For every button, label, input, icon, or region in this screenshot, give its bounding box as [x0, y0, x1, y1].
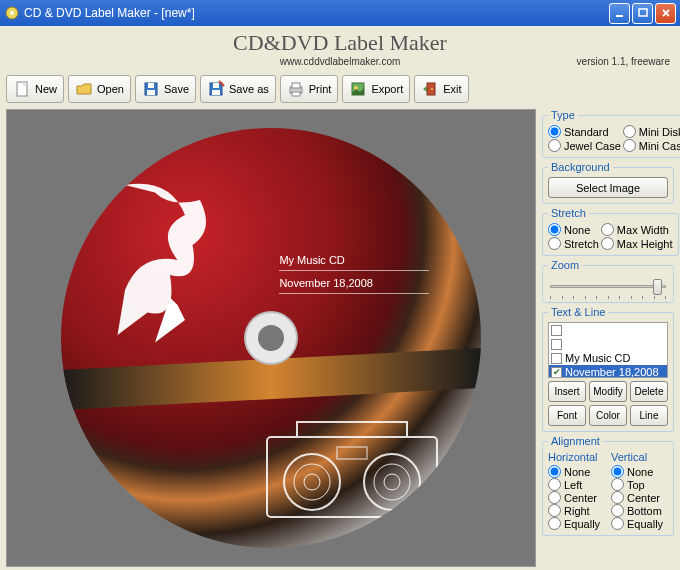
- list-item[interactable]: [549, 337, 667, 351]
- svg-rect-2: [616, 15, 623, 17]
- minimize-button[interactable]: [609, 3, 630, 24]
- version-label: version 1.1, freeware: [577, 56, 670, 67]
- app-url: www.cddvdlabelmaker.com: [8, 56, 672, 67]
- design-canvas[interactable]: My Music CD November 18,2008: [6, 109, 536, 567]
- stretch-none-radio[interactable]: None: [548, 223, 599, 236]
- valign-none-radio[interactable]: None: [611, 465, 668, 478]
- svg-rect-10: [212, 90, 220, 95]
- type-jewel-radio[interactable]: Jewel Case: [548, 139, 621, 152]
- disc-preview: My Music CD November 18,2008: [61, 128, 481, 548]
- svg-point-19: [284, 454, 340, 510]
- halign-right-radio[interactable]: Right: [548, 504, 605, 517]
- insert-button[interactable]: Insert: [548, 381, 586, 402]
- halign-center-radio[interactable]: Center: [548, 491, 605, 504]
- print-button[interactable]: Print: [280, 75, 339, 103]
- boombox-art: [257, 417, 447, 527]
- saveas-button[interactable]: Save as: [200, 75, 276, 103]
- svg-point-24: [384, 474, 400, 490]
- svg-rect-4: [17, 82, 27, 96]
- open-icon: [75, 80, 93, 98]
- horizontal-label: Horizontal: [548, 451, 605, 463]
- valign-bottom-radio[interactable]: Bottom: [611, 504, 668, 517]
- list-item[interactable]: ✔November 18,2008: [549, 365, 667, 378]
- app-title: CD&DVD Label Maker: [8, 30, 672, 56]
- halign-left-radio[interactable]: Left: [548, 478, 605, 491]
- valign-top-radio[interactable]: Top: [611, 478, 668, 491]
- svg-rect-25: [337, 447, 367, 459]
- new-button[interactable]: New: [6, 75, 64, 103]
- stretch-panel: Stretch None Max Width Stretch Max Heigh…: [542, 207, 679, 256]
- saveas-icon: [207, 80, 225, 98]
- svg-rect-6: [148, 83, 154, 88]
- export-button[interactable]: Export: [342, 75, 410, 103]
- vertical-label: Vertical: [611, 451, 668, 463]
- svg-rect-13: [292, 92, 300, 96]
- save-icon: [142, 80, 160, 98]
- new-icon: [13, 80, 31, 98]
- zoom-panel: Zoom: [542, 259, 674, 303]
- svg-point-21: [304, 474, 320, 490]
- graffiti-art: [95, 170, 245, 350]
- disc-text-line1[interactable]: My Music CD: [279, 254, 429, 271]
- delete-button[interactable]: Delete: [630, 381, 668, 402]
- svg-point-22: [364, 454, 420, 510]
- svg-rect-12: [292, 83, 300, 88]
- zoom-slider[interactable]: [548, 277, 668, 295]
- print-icon: [287, 80, 305, 98]
- valign-equally-radio[interactable]: Equally: [611, 517, 668, 530]
- svg-rect-18: [267, 437, 437, 517]
- list-item[interactable]: [549, 323, 667, 337]
- text-list[interactable]: My Music CD ✔November 18,2008: [548, 322, 668, 378]
- line-button[interactable]: Line: [630, 405, 668, 426]
- svg-rect-3: [639, 9, 647, 16]
- disc-hole: [246, 313, 296, 363]
- halign-equally-radio[interactable]: Equally: [548, 517, 605, 530]
- valign-center-radio[interactable]: Center: [611, 491, 668, 504]
- font-button[interactable]: Font: [548, 405, 586, 426]
- textline-panel: Text & Line My Music CD ✔November 18,200…: [542, 306, 674, 432]
- background-panel: Background Select Image: [542, 161, 674, 204]
- close-button[interactable]: [655, 3, 676, 24]
- open-button[interactable]: Open: [68, 75, 131, 103]
- halign-none-radio[interactable]: None: [548, 465, 605, 478]
- svg-point-20: [294, 464, 330, 500]
- modify-button[interactable]: Modify: [589, 381, 627, 402]
- type-standard-radio[interactable]: Standard: [548, 125, 621, 138]
- app-icon: [4, 5, 20, 21]
- toolbar: New Open Save Save as Print Export Exit: [0, 71, 680, 107]
- svg-point-17: [431, 88, 433, 90]
- type-minidisk-radio[interactable]: Mini Disk: [623, 125, 680, 138]
- maximize-button[interactable]: [632, 3, 653, 24]
- exit-button[interactable]: Exit: [414, 75, 468, 103]
- type-panel: Type Standard Mini Disk Jewel Case Mini …: [542, 109, 680, 158]
- alignment-panel: Alignment Horizontal None Left Center Ri…: [542, 435, 674, 536]
- svg-point-23: [374, 464, 410, 500]
- svg-rect-9: [213, 83, 219, 88]
- svg-point-1: [10, 11, 14, 15]
- color-button[interactable]: Color: [589, 405, 627, 426]
- svg-rect-7: [147, 90, 155, 95]
- save-button[interactable]: Save: [135, 75, 196, 103]
- stretch-stretch-radio[interactable]: Stretch: [548, 237, 599, 250]
- stretch-maxheight-radio[interactable]: Max Height: [601, 237, 673, 250]
- list-item[interactable]: My Music CD: [549, 351, 667, 365]
- select-image-button[interactable]: Select Image: [548, 177, 668, 198]
- stretch-maxwidth-radio[interactable]: Max Width: [601, 223, 673, 236]
- disc-text-block: My Music CD November 18,2008: [279, 254, 429, 294]
- exit-icon: [421, 80, 439, 98]
- type-minicase-radio[interactable]: Mini Case: [623, 139, 680, 152]
- export-icon: [349, 80, 367, 98]
- disc-text-line2[interactable]: November 18,2008: [279, 277, 429, 294]
- window-title: CD & DVD Label Maker - [new*]: [24, 6, 609, 20]
